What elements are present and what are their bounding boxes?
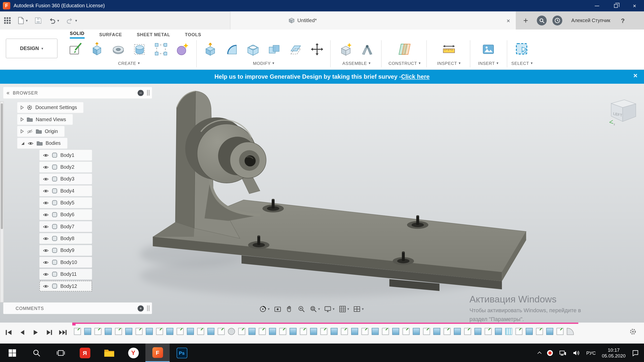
search-help-button[interactable]	[537, 16, 547, 25]
timeline-feature-sketch[interactable]	[515, 328, 522, 335]
timeline-feature-extrude[interactable]	[290, 328, 297, 335]
visibility-eye-icon[interactable]	[43, 272, 49, 277]
timeline-feature-sketch[interactable]	[177, 328, 184, 335]
close-button[interactable]: ×	[625, 0, 644, 12]
group-insert-label[interactable]: INSERT▾	[471, 61, 506, 66]
timeline-feature-extrude[interactable]	[331, 328, 338, 335]
grid-layout-button[interactable]: ▾	[337, 304, 350, 314]
timeline-feature-revolve[interactable]	[228, 328, 235, 335]
browser-body-row[interactable]: Body8	[39, 233, 92, 244]
pan-button[interactable]	[285, 304, 294, 314]
timeline-feature-sketch[interactable]	[341, 328, 348, 335]
browser-body-row[interactable]: Body12	[39, 281, 92, 291]
display-settings-button[interactable]: ▾	[323, 304, 335, 314]
timeline-feature-extrude[interactable]	[105, 328, 112, 335]
group-create-label[interactable]: CREATE▾	[64, 61, 194, 66]
expand-caret-icon[interactable]	[21, 117, 24, 121]
timeline-feature-extrude[interactable]	[413, 328, 420, 335]
timeline-feature-sketch[interactable]	[74, 328, 81, 335]
timeline-feature-extrude[interactable]	[125, 328, 132, 335]
timeline-feature-sketch[interactable]	[95, 328, 102, 335]
expand-caret-icon[interactable]	[21, 129, 24, 133]
timeline-feature-thread[interactable]	[505, 328, 512, 335]
timeline-feature-extrude[interactable]	[372, 328, 379, 335]
timeline-feature-extrude[interactable]	[146, 328, 153, 335]
timeline-feature-sketch[interactable]	[197, 328, 204, 335]
group-construct-label[interactable]: CONSTRUCT▾	[384, 61, 426, 66]
timeline-feature-extrude[interactable]	[269, 328, 276, 335]
comments-panel[interactable]: COMMENTS +	[3, 302, 152, 314]
job-status-button[interactable]	[552, 16, 562, 25]
timeline-settings-button[interactable]	[629, 328, 636, 335]
view-cube[interactable]: LEFT z	[606, 93, 641, 127]
clock[interactable]: 10:17 05.05.2020	[602, 347, 626, 358]
browser-item-origin[interactable]: Origin	[17, 126, 65, 137]
group-assemble-label[interactable]: ASSEMBLE▾	[333, 61, 380, 66]
tray-expand-icon[interactable]	[538, 351, 542, 355]
joint-button[interactable]	[358, 40, 377, 58]
browser-grip-handle[interactable]	[147, 90, 150, 96]
viewport-canvas[interactable]: LEFT z « BROWSER − Document Settings	[0, 84, 644, 323]
timeline-feature-extrude[interactable]	[526, 328, 533, 335]
browser-body-row[interactable]: Body10	[39, 257, 92, 267]
taskbar-app-yandex-browser[interactable]: Я	[73, 344, 97, 362]
browser-body-row[interactable]: Body7	[39, 221, 92, 232]
scrollbar-thumb[interactable]	[1, 103, 3, 229]
visibility-eye-icon[interactable]	[43, 248, 49, 253]
volume-icon[interactable]	[573, 349, 580, 356]
restore-button[interactable]	[606, 0, 625, 12]
timeline-feature-sketch[interactable]	[238, 328, 245, 335]
group-modify-label[interactable]: MODIFY▾	[198, 61, 329, 66]
play-button[interactable]	[31, 328, 40, 337]
browser-minimize-button[interactable]: −	[138, 90, 144, 96]
browser-body-row[interactable]: Body6	[39, 209, 92, 220]
browser-body-row[interactable]: Body4	[39, 186, 92, 196]
browser-body-row[interactable]: Body5	[39, 197, 92, 208]
design-workspace-button[interactable]: DESIGN ▾	[6, 38, 58, 58]
timeline-feature-extrude[interactable]	[249, 328, 256, 335]
extrude-button[interactable]	[88, 40, 106, 58]
press-pull-button[interactable]	[201, 40, 220, 58]
new-component-button[interactable]	[336, 40, 355, 58]
browser-body-row[interactable]: Body11	[39, 269, 92, 279]
new-tab-button[interactable]: +	[520, 16, 531, 25]
timeline-feature-extrude[interactable]	[187, 328, 194, 335]
timeline-feature-fillet[interactable]	[567, 328, 574, 335]
tab-sheet-metal[interactable]: SHEET METAL	[137, 32, 170, 38]
undo-button[interactable]: ▾	[48, 17, 59, 24]
save-button[interactable]	[35, 17, 41, 24]
group-select-label[interactable]: SELECT▾	[508, 61, 536, 66]
tab-surface[interactable]: SURFACE	[99, 32, 122, 38]
document-tab[interactable]: Untitled* ×	[230, 12, 516, 30]
create-form-button[interactable]	[173, 40, 192, 58]
timeline-feature-sketch[interactable]	[423, 328, 430, 335]
create-sketch-button[interactable]	[66, 40, 85, 58]
tray-app-icon[interactable]	[547, 350, 553, 356]
taskbar-app-file-explorer[interactable]	[97, 344, 121, 362]
expand-caret-icon[interactable]	[21, 106, 24, 110]
browser-body-row[interactable]: Body2	[39, 162, 92, 172]
timeline-feature-sketch[interactable]	[279, 328, 286, 335]
visibility-eye-icon[interactable]	[43, 212, 49, 217]
viewports-button[interactable]: ▾	[352, 304, 365, 314]
timeline-feature-sketch[interactable]	[115, 328, 122, 335]
timeline-feature-sketch[interactable]	[136, 328, 143, 335]
start-button[interactable]	[0, 344, 24, 362]
measure-button[interactable]	[439, 40, 458, 58]
insert-canvas-button[interactable]	[479, 40, 498, 58]
visibility-eye-icon[interactable]	[43, 153, 49, 157]
timeline-marker-handle[interactable]	[72, 323, 75, 325]
tab-solid[interactable]: SOLID	[70, 31, 85, 38]
browser-body-row[interactable]: Body1	[39, 150, 92, 160]
collapse-panel-icon[interactable]: «	[7, 90, 10, 96]
timeline-feature-sketch[interactable]	[464, 328, 471, 335]
timeline-feature-sketch[interactable]	[300, 328, 307, 335]
zoom-button[interactable]	[296, 304, 306, 314]
file-menu-button[interactable]: ▾	[18, 17, 28, 24]
document-tab-close-icon[interactable]: ×	[507, 17, 510, 24]
collapse-caret-icon[interactable]	[21, 141, 25, 145]
language-indicator[interactable]: РУС	[586, 350, 596, 355]
group-inspect-label[interactable]: INSPECT▾	[429, 61, 469, 66]
banner-link[interactable]: Click here	[401, 73, 429, 80]
timeline-feature-sketch[interactable]	[536, 328, 543, 335]
